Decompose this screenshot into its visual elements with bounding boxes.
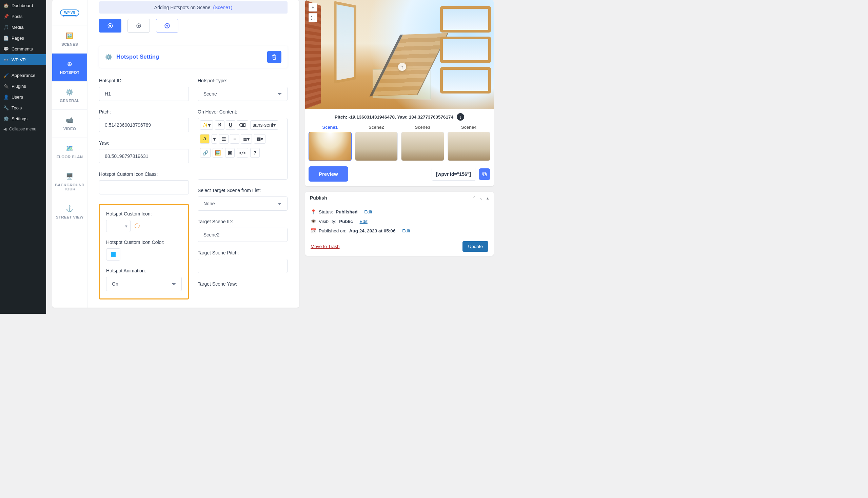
animation-select[interactable]: On xyxy=(106,277,182,291)
icon-picker-dropdown[interactable]: ▾ xyxy=(106,220,130,232)
menu-wpvr[interactable]: 👓WP VR xyxy=(0,54,46,65)
menu-label: WP VR xyxy=(12,57,26,62)
pin-icon: 📌 xyxy=(3,14,9,19)
user-icon: 👤 xyxy=(3,94,9,100)
scene-hotspot-arrow[interactable]: ↑ xyxy=(398,63,406,71)
underline-button[interactable]: U xyxy=(226,120,235,130)
radio-icon xyxy=(107,23,113,29)
magic-button[interactable]: ✨▾ xyxy=(200,120,213,130)
panorama-preview[interactable]: + − ⛶ ↑ xyxy=(305,0,494,109)
hotspot-form: Adding Hotspots on Scene: (Scene1) ⚙️Hot… xyxy=(88,0,299,307)
rich-text-editor: ✨▾ B U ⌫ sans-serif ▾ A▾ xyxy=(198,118,288,180)
move-to-trash-link[interactable]: Move to Trash xyxy=(310,244,340,249)
table-button[interactable]: ▦▾ xyxy=(254,134,266,144)
form-right-column: Hotspot-Type: Scene On Hover Content: ✨▾… xyxy=(198,78,288,300)
calendar-icon: 📅 xyxy=(310,228,316,233)
delete-hotspot-button[interactable] xyxy=(267,51,281,63)
bold-button[interactable]: B xyxy=(215,120,225,130)
tab-streetview[interactable]: ⚓STREET VIEW xyxy=(52,198,87,226)
chevron-up-small-icon[interactable]: ▴ xyxy=(487,196,489,200)
type-select[interactable]: Scene xyxy=(198,87,288,101)
download-icon[interactable]: ↓ xyxy=(457,113,464,121)
update-button[interactable]: Update xyxy=(462,241,488,252)
tab-general[interactable]: ⚙️GENERAL xyxy=(52,81,87,109)
video-button[interactable]: ▣ xyxy=(225,148,235,158)
vr-icon: 👓 xyxy=(3,57,9,62)
menu-users[interactable]: 👤Users xyxy=(0,91,46,102)
custom-class-label: Hotspot Custom Icon Class: xyxy=(99,171,189,177)
scene-tab-3[interactable]: Scene3 xyxy=(401,124,444,161)
menu-pages[interactable]: 📄Pages xyxy=(0,32,46,43)
chevron-down-icon[interactable]: ⌄ xyxy=(480,196,483,200)
text-color-button[interactable]: A xyxy=(200,134,209,144)
scene-tab-1[interactable]: Scene1 xyxy=(308,124,352,161)
info-icon[interactable]: ⓘ xyxy=(135,223,140,230)
yaw-label: Yaw: xyxy=(99,140,189,146)
gear-icon: ⚙️ xyxy=(105,53,112,61)
yaw-input[interactable] xyxy=(99,149,189,163)
target-pitch-input[interactable] xyxy=(198,259,288,273)
scene-tab-4[interactable]: Scene4 xyxy=(448,124,490,161)
hotspot-tab-2[interactable] xyxy=(127,19,150,32)
menu-label: Dashboard xyxy=(12,3,33,8)
field-type: Hotspot-Type: Scene xyxy=(198,78,288,101)
anchor-icon: ⚓ xyxy=(54,205,86,212)
edit-visibility-link[interactable]: Edit xyxy=(360,219,368,224)
scene-tab-2[interactable]: Scene2 xyxy=(355,124,398,161)
menu-appearance[interactable]: 🖌️Appearance xyxy=(0,70,46,81)
add-hotspot-button[interactable] xyxy=(156,19,178,32)
collapse-menu[interactable]: ◀Collapse menu xyxy=(0,124,46,134)
target-scene-id-input[interactable] xyxy=(198,228,288,242)
zoom-in-button[interactable]: + xyxy=(308,3,317,12)
hotspot-id-input[interactable] xyxy=(99,87,189,101)
menu-tools[interactable]: 🔧Tools xyxy=(0,102,46,113)
gear-icon: ⚙️ xyxy=(54,89,86,96)
link-button[interactable]: 🔗 xyxy=(200,148,210,158)
section-title: Hotspot Setting xyxy=(116,53,159,60)
decor-windows xyxy=(440,4,491,95)
menu-label: Users xyxy=(12,94,23,100)
ul-button[interactable]: ☰ xyxy=(219,134,229,144)
edit-status-link[interactable]: Edit xyxy=(364,209,372,214)
devices-icon: 🖥️ xyxy=(54,173,86,180)
menu-comments[interactable]: 💬Comments xyxy=(0,43,46,54)
menu-plugins[interactable]: 🔌Plugins xyxy=(0,81,46,91)
svg-point-1 xyxy=(110,25,111,27)
hotspot-id-label: Hotspot ID: xyxy=(99,78,189,83)
field-custom-color: Hotspot Custom Icon Color: xyxy=(106,239,182,261)
custom-class-input[interactable] xyxy=(99,180,189,195)
key-icon: 📍 xyxy=(310,209,316,214)
hotspot-tab-1[interactable] xyxy=(99,19,122,32)
text-color-chevron[interactable]: ▾ xyxy=(212,134,217,144)
hover-label: On Hover Content: xyxy=(198,109,288,115)
tab-video[interactable]: 📹VIDEO xyxy=(52,109,87,137)
chevron-up-icon[interactable]: ⌃ xyxy=(472,196,476,200)
fullscreen-button[interactable]: ⛶ xyxy=(308,14,317,22)
decor-stairs xyxy=(370,33,449,96)
preview-button[interactable]: Preview xyxy=(308,166,348,182)
pitch-input[interactable] xyxy=(99,118,189,132)
editor-body[interactable] xyxy=(198,160,287,179)
tab-floorplan[interactable]: 🗺️FLOOR PLAN xyxy=(52,137,87,166)
eraser-button[interactable]: ⌫ xyxy=(237,120,248,130)
ol-button[interactable]: ≡ xyxy=(230,134,239,144)
edit-date-link[interactable]: Edit xyxy=(402,228,410,233)
align-button[interactable]: ≣▾ xyxy=(241,134,252,144)
image-button[interactable]: 🖼️ xyxy=(213,148,223,158)
scene-link[interactable]: (Scene1) xyxy=(213,5,232,10)
menu-dashboard[interactable]: 🏠Dashboard xyxy=(0,0,46,11)
menu-label: Appearance xyxy=(12,73,35,78)
menu-posts[interactable]: 📌Posts xyxy=(0,11,46,22)
menu-settings[interactable]: ⚙️Settings xyxy=(0,113,46,124)
help-button[interactable]: ? xyxy=(250,148,260,158)
copy-shortcode-button[interactable] xyxy=(479,168,490,180)
menu-media[interactable]: 🎵Media xyxy=(0,22,46,32)
svg-rect-6 xyxy=(483,172,486,175)
font-family-select[interactable]: sans-serif ▾ xyxy=(250,120,278,130)
tab-scenes[interactable]: 🖼️SCENES xyxy=(52,25,87,53)
tab-hotspot[interactable]: ⊕HOTSPOT xyxy=(52,53,87,81)
code-button[interactable]: </> xyxy=(237,148,248,158)
color-swatch-picker[interactable] xyxy=(106,248,120,261)
target-scene-list-select[interactable]: None xyxy=(198,196,288,211)
tab-bgtour[interactable]: 🖥️BACKGROUND TOUR xyxy=(52,166,87,198)
